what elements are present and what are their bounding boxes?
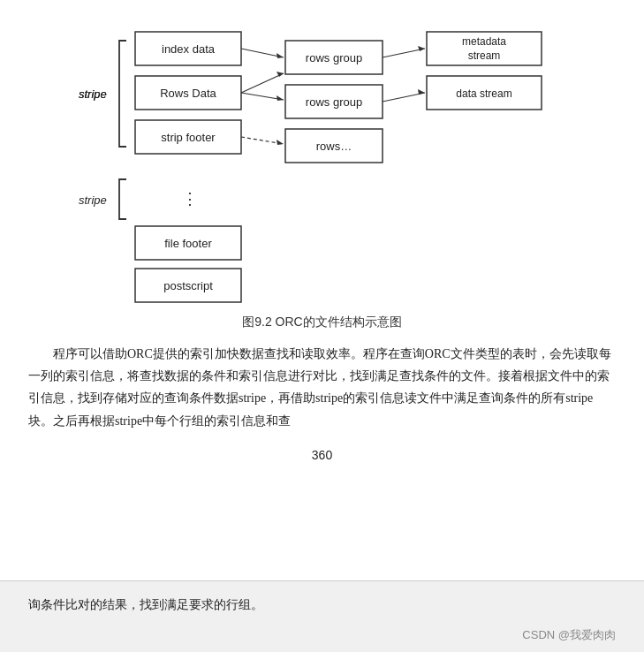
svg-marker-11: [277, 53, 284, 58]
diagram-wrapper: stripe stripe index data Rows Data strip…: [28, 16, 616, 307]
svg-text:stream: stream: [467, 49, 500, 62]
footer-area: 询条件比对的结果，找到满足要求的行组。 CSDN @我爱肉肉: [0, 581, 644, 652]
rows-dots-label: rows…: [315, 140, 351, 153]
stripe2-label: stripe: [79, 193, 107, 207]
metadata-stream-label: metadata: [461, 35, 505, 48]
main-paragraph: 程序可以借助ORC提供的索引加快数据查找和读取效率。程序在查询ORC文件类型的表…: [28, 343, 616, 432]
rows-group2-label: rows group: [305, 95, 361, 109]
svg-text:⋮: ⋮: [182, 190, 198, 208]
strip-footer-label: strip footer: [161, 131, 216, 144]
svg-line-20: [383, 93, 425, 102]
svg-marker-19: [418, 46, 425, 51]
rows-data-label: Rows Data: [160, 87, 216, 100]
index-data-label: index data: [162, 42, 216, 56]
svg-text:stripe: stripe: [79, 87, 107, 101]
csdn-label: CSDN @我爱肉肉: [522, 627, 616, 643]
diagram-caption: 图9.2 ORC的文件结构示意图: [28, 315, 616, 330]
rows-group1-label: rows group: [305, 51, 361, 64]
footer-bottom: CSDN @我爱肉肉: [28, 627, 616, 643]
svg-line-12: [241, 73, 284, 93]
page-container: stripe stripe index data Rows Data strip…: [0, 0, 644, 652]
orc-diagram: stripe stripe index data Rows Data strip…: [66, 16, 579, 307]
page-number: 360: [28, 439, 616, 471]
svg-marker-21: [418, 89, 425, 95]
content-area: stripe stripe index data Rows Data strip…: [0, 0, 644, 580]
svg-marker-17: [277, 140, 284, 145]
postscript-label: postscript: [163, 279, 213, 292]
svg-marker-15: [277, 95, 284, 101]
data-stream-label: data stream: [456, 87, 511, 100]
file-footer-label: file footer: [164, 237, 212, 250]
svg-line-18: [383, 49, 425, 57]
footer-paragraph: 询条件比对的结果，找到满足要求的行组。: [28, 594, 616, 616]
